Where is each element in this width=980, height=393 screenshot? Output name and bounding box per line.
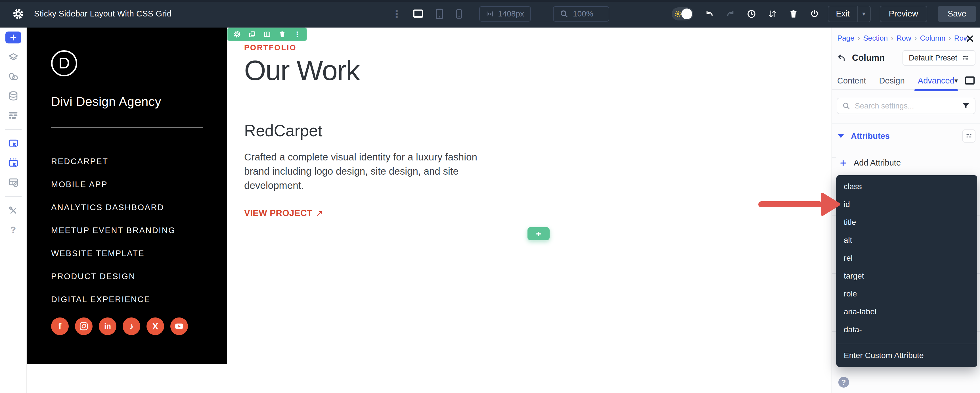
exit-caret-icon[interactable]: ▾	[857, 6, 870, 22]
canvas-width-value: 1408px	[498, 10, 524, 19]
panel-help-button[interactable]: ?	[838, 377, 849, 388]
add-module-button[interactable]	[5, 32, 21, 43]
attributes-preset-button[interactable]	[963, 129, 975, 143]
breadcrumb-separator: ›	[858, 34, 860, 43]
delete-row-icon[interactable]	[278, 31, 286, 38]
element-header: Column Default Preset	[837, 50, 975, 66]
undo-icon[interactable]	[705, 9, 714, 19]
sidebar-menu-item[interactable]: WEBSITE TEMPLATE	[51, 248, 203, 258]
collapse-triangle-icon[interactable]	[838, 134, 844, 138]
attribute-dropdown: classidtitlealtreltargetrolearia-labelda…	[836, 175, 977, 367]
page-heading: Our Work	[244, 55, 531, 86]
tools-icon[interactable]	[8, 205, 19, 216]
attribute-option[interactable]: target	[836, 267, 977, 285]
sidebar-menu-item[interactable]: MOBILE APP	[51, 180, 203, 189]
import-export-icon[interactable]	[768, 9, 777, 19]
close-panel-icon[interactable]	[966, 34, 974, 43]
row-options-icon[interactable]: ⋮	[294, 31, 301, 38]
page-sticky-sidebar: D Divi Design Agency REDCARPETMOBILE APP…	[27, 27, 227, 364]
help-icon[interactable]: ?	[11, 224, 16, 235]
tab-design[interactable]: Design	[879, 76, 905, 86]
sidebar-menu-item[interactable]: REDCARPET	[51, 156, 203, 166]
sidebar-menu-item[interactable]: DIGITAL EXPERIENCE	[51, 294, 203, 304]
external-arrow-icon: ↗	[316, 208, 323, 218]
tabs-device-icon[interactable]	[964, 75, 975, 86]
back-arrow-icon[interactable]	[837, 54, 846, 62]
zoom-icon	[560, 10, 568, 18]
add-section-button[interactable]: +	[528, 227, 550, 240]
x-twitter-icon[interactable]: X	[146, 317, 164, 335]
history-icon[interactable]	[747, 9, 756, 19]
sidebar-divider	[51, 127, 203, 127]
tablet-view-icon[interactable]	[434, 8, 445, 20]
page-content: PORTFOLIO Our Work RedCarpet Crafted a c…	[244, 43, 531, 218]
tiktok-icon[interactable]: ♪	[123, 317, 140, 335]
click-mode-icon[interactable]	[8, 138, 19, 149]
attributes-section-header[interactable]: Attributes	[838, 129, 975, 143]
settings-tabs: Content Design Advanced ▾	[832, 72, 980, 90]
enter-custom-attribute-option[interactable]: Enter Custom Attribute	[836, 344, 977, 367]
attribute-option[interactable]: rel	[836, 249, 977, 267]
breadcrumb-separator: ›	[891, 34, 893, 43]
theme-toggle[interactable]	[672, 7, 693, 21]
project-description: Crafted a complete visual identity for a…	[244, 150, 503, 193]
builder-side-toolbar: ?	[0, 27, 27, 393]
attribute-option[interactable]: title	[836, 213, 977, 231]
duplicate-row-icon[interactable]	[248, 31, 256, 38]
plus-icon	[840, 159, 847, 167]
youtube-icon[interactable]	[170, 317, 188, 335]
page-settings-gear-icon[interactable]	[13, 8, 24, 20]
save-button[interactable]: Save	[938, 6, 976, 22]
trash-icon[interactable]	[789, 9, 798, 19]
tab-advanced[interactable]: Advanced	[918, 76, 955, 86]
phone-view-icon[interactable]	[455, 8, 463, 20]
instagram-icon[interactable]	[75, 317, 92, 335]
topbar-left-group: Sticky Sidebar Layout With CSS Grid	[13, 0, 172, 27]
canvas-width-input[interactable]: 1408px	[479, 6, 531, 22]
interaction-mode-icon[interactable]	[8, 158, 19, 169]
setting-row-divider	[832, 273, 836, 274]
grid-preview-icon[interactable]	[8, 177, 19, 188]
setting-row-divider	[832, 215, 836, 216]
breadcrumb-item: Row ›	[897, 34, 917, 43]
breadcrumb-item: Page ›	[837, 34, 860, 43]
sidebar-menu-item[interactable]: ANALYTICS DASHBOARD	[51, 202, 203, 212]
attribute-option[interactable]: class	[836, 177, 977, 196]
attribute-option[interactable]: id	[836, 196, 977, 213]
light-mode-sun-icon	[674, 10, 682, 18]
search-settings-input[interactable]	[855, 102, 962, 110]
design-library-icon[interactable]	[8, 71, 19, 82]
sidebar-menu-item[interactable]: MEETUP EVENT BRANDING	[51, 226, 203, 235]
redo-icon[interactable]	[725, 9, 735, 19]
attribute-option[interactable]: role	[836, 285, 977, 303]
layers-icon[interactable]	[8, 52, 19, 63]
exit-button[interactable]: Exit ▾	[828, 6, 870, 22]
row-settings-gear-icon[interactable]	[233, 31, 241, 38]
attribute-option[interactable]: data-	[836, 321, 977, 339]
add-attribute-button[interactable]: Add Attribute	[840, 158, 901, 167]
preview-button[interactable]: Preview	[880, 6, 927, 22]
linkedin-icon[interactable]: in	[99, 317, 116, 335]
sidebar-menu-item[interactable]: PRODUCT DESIGN	[51, 272, 203, 281]
topbar-right-group: Exit ▾ Preview Save	[672, 0, 976, 27]
wireframe-view-icon[interactable]	[8, 110, 19, 121]
attribute-option[interactable]: aria-label	[836, 303, 977, 321]
tabs-caret-icon[interactable]: ▾	[955, 77, 958, 84]
preset-icon	[962, 54, 969, 62]
canvas-zoom-input[interactable]: 100%	[553, 6, 609, 22]
column-structure-icon[interactable]	[264, 31, 271, 38]
desktop-view-icon[interactable]	[412, 8, 424, 20]
filter-funnel-icon[interactable]	[962, 102, 970, 110]
database-icon[interactable]	[8, 91, 19, 101]
view-project-link[interactable]: VIEW PROJECT ↗	[244, 208, 531, 218]
portability-icon[interactable]	[810, 9, 819, 19]
brand-name: Divi Design Agency	[51, 95, 203, 109]
facebook-icon[interactable]: f	[51, 317, 69, 335]
default-preset-button[interactable]: Default Preset	[902, 50, 975, 65]
brand-logo[interactable]: D	[51, 50, 77, 76]
tab-content[interactable]: Content	[837, 76, 866, 86]
attribute-option[interactable]: alt	[836, 231, 977, 249]
settings-panel: Page › Section › Row › Column › Row › Co…	[832, 27, 980, 393]
toolbar-divider	[5, 129, 22, 130]
more-menu-icon[interactable]: ⋮	[391, 8, 402, 19]
